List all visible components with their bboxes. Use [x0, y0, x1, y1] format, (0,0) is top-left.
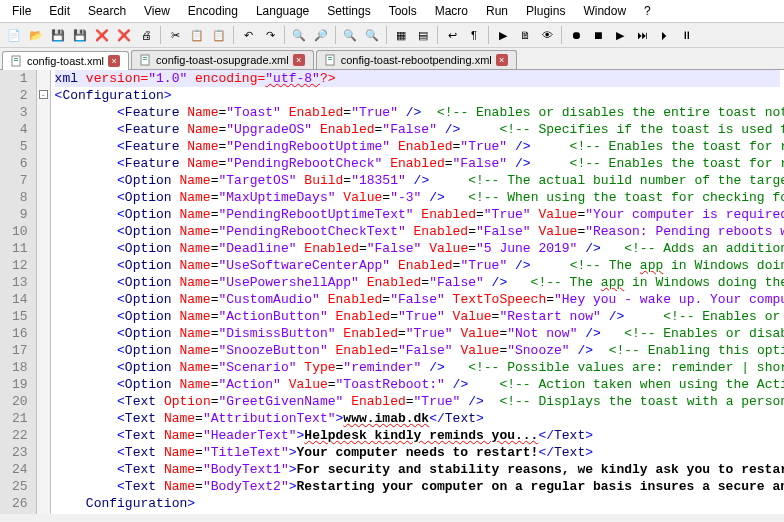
tab-config-toast-rebootpending-xml[interactable]: config-toast-rebootpending.xml×: [316, 50, 517, 69]
svg-rect-1: [14, 58, 18, 59]
menu-item-run[interactable]: Run: [478, 2, 516, 20]
svg-rect-7: [328, 57, 332, 58]
replace-icon[interactable]: 🔎: [311, 25, 331, 45]
svg-rect-5: [143, 59, 147, 60]
tab-close-icon[interactable]: ×: [496, 54, 508, 66]
tab-close-icon[interactable]: ×: [108, 55, 120, 67]
menu-item-window[interactable]: Window: [575, 2, 634, 20]
play3-icon[interactable]: ⏵: [654, 25, 674, 45]
tab-config-toast-osupgrade-xml[interactable]: config-toast-osupgrade.xml×: [131, 50, 314, 69]
save-icon[interactable]: 💾: [48, 25, 68, 45]
undo-icon[interactable]: ↶: [238, 25, 258, 45]
menu-item-[interactable]: ?: [636, 2, 659, 20]
menu-item-settings[interactable]: Settings: [319, 2, 378, 20]
copy-icon[interactable]: 📋: [187, 25, 207, 45]
menu-bar: FileEditSearchViewEncodingLanguageSettin…: [0, 0, 784, 23]
fold-toggle-icon[interactable]: -: [39, 90, 48, 99]
tab-close-icon[interactable]: ×: [293, 54, 305, 66]
editor-area: 1234567891011121314151617181920212223242…: [0, 70, 784, 514]
new-file-icon[interactable]: 📄: [4, 25, 24, 45]
all-chars-icon[interactable]: ¶: [464, 25, 484, 45]
wrap-icon[interactable]: ↩: [442, 25, 462, 45]
sync-v-icon[interactable]: ▦: [391, 25, 411, 45]
tab-config-toast-xml[interactable]: config-toast.xml×: [2, 51, 129, 70]
menu-item-file[interactable]: File: [4, 2, 39, 20]
svg-rect-8: [328, 59, 332, 60]
svg-rect-4: [143, 57, 147, 58]
play-icon[interactable]: ▶: [610, 25, 630, 45]
menu-item-encoding[interactable]: Encoding: [180, 2, 246, 20]
menu-item-macro[interactable]: Macro: [427, 2, 476, 20]
zoom-in-icon[interactable]: 🔍: [340, 25, 360, 45]
menu-item-tools[interactable]: Tools: [381, 2, 425, 20]
tab-bar: config-toast.xml×config-toast-osupgrade.…: [0, 48, 784, 70]
redo-icon[interactable]: ↷: [260, 25, 280, 45]
fold-gutter: -: [37, 70, 51, 514]
close-icon[interactable]: ❌: [92, 25, 112, 45]
find-icon[interactable]: 🔍: [289, 25, 309, 45]
code-content[interactable]: xml version="1.0" encoding="utf-8"?><Con…: [51, 70, 784, 514]
lang-icon[interactable]: 🗎: [515, 25, 535, 45]
sync-h-icon[interactable]: ▤: [413, 25, 433, 45]
zoom-out-icon[interactable]: 🔍: [362, 25, 382, 45]
tab-label: config-toast.xml: [27, 55, 104, 67]
monitor-icon[interactable]: 👁: [537, 25, 557, 45]
tab-label: config-toast-rebootpending.xml: [341, 54, 492, 66]
line-number-gutter: 1234567891011121314151617181920212223242…: [0, 70, 37, 514]
stop-icon[interactable]: ⏹: [588, 25, 608, 45]
paste-icon[interactable]: 📋: [209, 25, 229, 45]
menu-item-language[interactable]: Language: [248, 2, 317, 20]
menu-item-edit[interactable]: Edit: [41, 2, 78, 20]
file-icon: [140, 54, 152, 66]
menu-item-plugins[interactable]: Plugins: [518, 2, 573, 20]
toolbar: 📄📂💾💾❌❌🖨✂📋📋↶↷🔍🔎🔍🔍▦▤↩¶▶🗎👁⏺⏹▶⏭⏵⏸: [0, 23, 784, 48]
print-icon[interactable]: 🖨: [136, 25, 156, 45]
cut-icon[interactable]: ✂: [165, 25, 185, 45]
file-icon: [11, 55, 23, 67]
tab-label: config-toast-osupgrade.xml: [156, 54, 289, 66]
indent-icon[interactable]: ▶: [493, 25, 513, 45]
menu-item-search[interactable]: Search: [80, 2, 134, 20]
open-icon[interactable]: 📂: [26, 25, 46, 45]
menu-item-view[interactable]: View: [136, 2, 178, 20]
play4-icon[interactable]: ⏸: [676, 25, 696, 45]
record-icon[interactable]: ⏺: [566, 25, 586, 45]
close-all-icon[interactable]: ❌: [114, 25, 134, 45]
play2-icon[interactable]: ⏭: [632, 25, 652, 45]
svg-rect-2: [14, 60, 18, 61]
file-icon: [325, 54, 337, 66]
save-all-icon[interactable]: 💾: [70, 25, 90, 45]
